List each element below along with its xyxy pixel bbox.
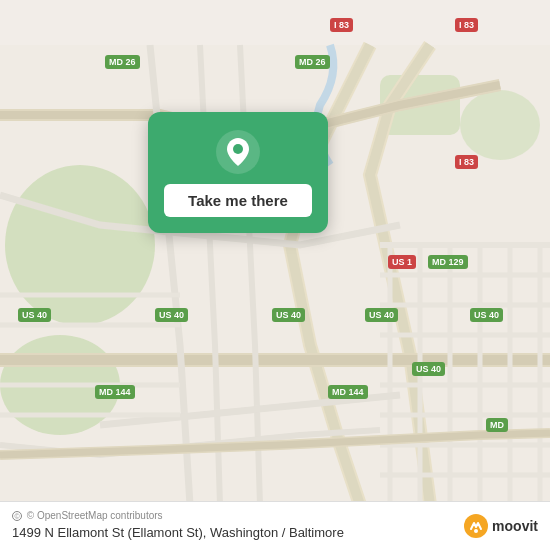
moovit-text: moovit bbox=[492, 518, 538, 534]
info-bar: © © OpenStreetMap contributors 1499 N El… bbox=[0, 501, 550, 550]
road-layer bbox=[0, 0, 550, 550]
badge-md26-center: MD 26 bbox=[295, 55, 330, 69]
badge-us40-right: US 40 bbox=[365, 308, 398, 322]
badge-i83-top: I 83 bbox=[330, 18, 353, 32]
copyright-text: © © OpenStreetMap contributors bbox=[12, 510, 538, 521]
badge-md26-left: MD 26 bbox=[105, 55, 140, 69]
badge-md144-left: MD 144 bbox=[95, 385, 135, 399]
svg-point-26 bbox=[233, 144, 243, 154]
svg-point-4 bbox=[460, 90, 540, 160]
badge-md-bottom: MD bbox=[486, 418, 508, 432]
take-me-there-button[interactable]: Take me there bbox=[164, 184, 312, 217]
badge-us40-center: US 40 bbox=[272, 308, 305, 322]
badge-i83-top2: I 83 bbox=[455, 18, 478, 32]
popup-card: Take me there bbox=[148, 112, 328, 233]
moovit-brand-icon bbox=[464, 514, 488, 538]
badge-i83-mid: I 83 bbox=[455, 155, 478, 169]
address-text: 1499 N Ellamont St (Ellamont St), Washin… bbox=[12, 525, 344, 540]
svg-point-1 bbox=[5, 165, 155, 325]
moovit-logo: moovit bbox=[464, 514, 538, 538]
badge-us40-far-right: US 40 bbox=[470, 308, 503, 322]
map-container: I 83 I 83 MD 26 MD 26 I 83 US 1 MD 129 U… bbox=[0, 0, 550, 550]
badge-us40-far-left: US 40 bbox=[18, 308, 51, 322]
badge-us40-left: US 40 bbox=[155, 308, 188, 322]
badge-us1: US 1 bbox=[388, 255, 416, 269]
badge-us40-bottom: US 40 bbox=[412, 362, 445, 376]
copyright-icon: © bbox=[12, 511, 22, 521]
location-pin-icon bbox=[216, 130, 260, 174]
svg-point-28 bbox=[474, 529, 478, 533]
badge-md129: MD 129 bbox=[428, 255, 468, 269]
badge-md144-right: MD 144 bbox=[328, 385, 368, 399]
